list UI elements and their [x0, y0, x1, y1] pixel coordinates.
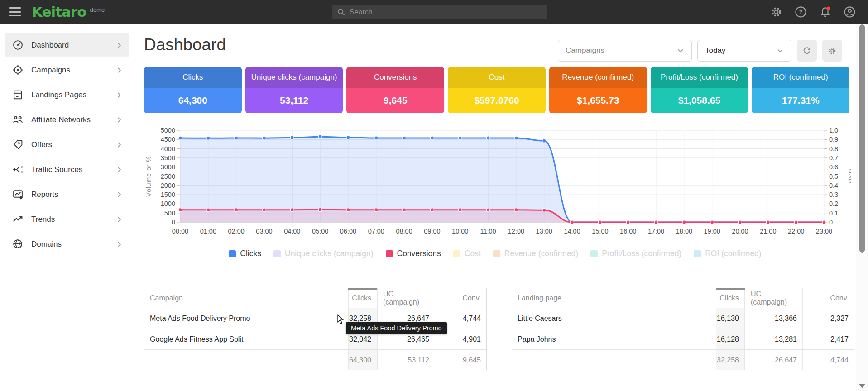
traffic-sources-icon — [12, 164, 24, 176]
svg-text:0.3: 0.3 — [829, 191, 838, 198]
sidebar-item-campaigns[interactable]: Campaigns — [5, 57, 129, 82]
table-header-uc[interactable]: UC (campaign) — [745, 288, 802, 308]
sidebar-item-traffic-sources[interactable]: Traffic Sources — [5, 157, 129, 182]
table-header-uc[interactable]: UC (campaign) — [377, 288, 435, 308]
scrollbar-thumb[interactable] — [859, 24, 865, 253]
svg-text:4500: 4500 — [161, 136, 175, 143]
svg-text:18:00: 18:00 — [676, 228, 692, 235]
metric-card[interactable]: Unique clicks (campaign) 53,112 — [245, 67, 343, 113]
svg-text:1000: 1000 — [161, 200, 175, 207]
svg-text:10:00: 10:00 — [452, 228, 468, 235]
table-row[interactable]: Papa Johns 16,128 13,281 2,417 — [512, 329, 854, 350]
svg-text:2500: 2500 — [161, 173, 175, 180]
sidebar-item-reports[interactable]: Reports — [5, 182, 129, 207]
date-range-select[interactable]: Today — [697, 40, 791, 62]
metric-card[interactable]: Revenue (confirmed) $1,655.73 — [549, 67, 647, 113]
legend-item[interactable]: Revenue (confirmed) — [493, 249, 578, 258]
sidebar-item-label: Reports — [31, 190, 58, 199]
row-name[interactable]: Papa Johns — [512, 329, 716, 349]
chevron-down-icon — [777, 47, 784, 54]
chevron-right-icon — [116, 42, 122, 48]
svg-text:1500: 1500 — [161, 191, 175, 198]
metric-card-value: 9,645 — [346, 88, 444, 113]
top-bar: Keitaro demo ? — [0, 0, 868, 24]
table-row[interactable]: Little Caesars 16,130 13,366 2,327 — [512, 308, 854, 329]
sidebar-item-label: Dashboard — [31, 41, 69, 50]
vertical-scrollbar[interactable] — [856, 24, 868, 391]
metric-card[interactable]: Conversions 9,645 — [346, 67, 444, 113]
sidebar-item-affiliate-networks[interactable]: Affiliate Networks — [5, 107, 129, 132]
row-clicks: 16,130 — [716, 308, 745, 329]
svg-text:20:00: 20:00 — [732, 228, 748, 235]
sidebar-item-label: Landings Pages — [31, 91, 86, 100]
table-header-row: Campaign Clicks UC (campaign) Conv. — [144, 288, 486, 308]
main-content: Dashboard Campaigns Today Clicks 64,300 … — [134, 24, 856, 391]
sidebar-item-label: Offers — [31, 140, 52, 149]
dashboard-settings-button[interactable] — [822, 40, 842, 62]
total-conv: 4,744 — [802, 350, 854, 370]
legend-item[interactable]: Unique clicks (campaign) — [273, 249, 374, 258]
svg-text:1.0: 1.0 — [829, 127, 838, 134]
svg-text:09:00: 09:00 — [424, 228, 440, 235]
table-header-name[interactable]: Campaign — [144, 288, 348, 308]
help-icon[interactable]: ? — [794, 5, 807, 18]
svg-text:21:00: 21:00 — [760, 228, 776, 235]
notifications-icon[interactable] — [819, 5, 831, 18]
refresh-button[interactable] — [797, 40, 817, 62]
legend-swatch — [229, 250, 236, 257]
table-totals-row: 32,258 26,647 4,744 — [512, 350, 854, 370]
dashboard-icon — [12, 39, 24, 51]
landings-icon — [12, 89, 24, 101]
chart-canvas: 005000.110000.215000.320000.425000.53000… — [144, 124, 851, 237]
svg-text:0: 0 — [829, 219, 833, 226]
menu-toggle-icon[interactable] — [9, 7, 21, 16]
legend-swatch — [386, 250, 393, 257]
chevron-down-icon — [677, 47, 684, 54]
table-header-conv[interactable]: Conv. — [435, 288, 486, 308]
sidebar-item-offers[interactable]: $ Offers — [5, 132, 129, 157]
chevron-right-icon — [116, 216, 122, 223]
row-name[interactable]: Meta Ads Food Delivery Promo — [144, 308, 348, 329]
legend-item[interactable]: Clicks — [229, 249, 261, 258]
table-header-clicks[interactable]: Clicks — [716, 288, 745, 308]
settings-icon[interactable] — [770, 5, 782, 18]
grouping-select[interactable]: Campaigns — [558, 40, 692, 62]
sidebar-item-dashboard[interactable]: Dashboard — [5, 33, 129, 57]
svg-text:0.7: 0.7 — [829, 154, 838, 162]
svg-text:02:00: 02:00 — [228, 228, 245, 235]
svg-text:0.2: 0.2 — [829, 200, 838, 207]
table-header-clicks[interactable]: Clicks — [348, 288, 377, 308]
global-search[interactable] — [332, 5, 547, 19]
sidebar-item-domains[interactable]: Domains — [5, 232, 129, 257]
metric-card-label: Unique clicks (campaign) — [245, 67, 343, 88]
total-clicks: 64,300 — [348, 350, 377, 370]
svg-text:15:00: 15:00 — [592, 228, 608, 235]
account-icon[interactable] — [843, 5, 856, 18]
metric-card[interactable]: ROI (confirmed) 177.31% — [752, 67, 849, 113]
metric-card[interactable]: Cost $597.0760 — [448, 67, 546, 113]
table-header-name[interactable]: Landing page — [512, 288, 716, 308]
sidebar-item-landings-pages[interactable]: Landings Pages — [5, 82, 129, 107]
legend-item[interactable]: Cost — [453, 249, 481, 258]
total-uc: 53,112 — [377, 350, 435, 370]
legend-item[interactable]: Profit/Loss (confirmed) — [590, 249, 681, 258]
svg-text:03:00: 03:00 — [256, 228, 272, 235]
metric-card-label: Revenue (confirmed) — [549, 67, 647, 88]
legend-item[interactable]: ROI (confirmed) — [694, 249, 761, 258]
sidebar-item-label: Affiliate Networks — [31, 115, 91, 124]
sidebar-item-trends[interactable]: Trends — [5, 207, 129, 232]
metric-card-label: Profit/Loss (confirmed) — [651, 67, 748, 88]
gear-icon — [828, 46, 837, 55]
legend-item[interactable]: Conversions — [386, 249, 441, 258]
search-input[interactable] — [350, 8, 542, 16]
sidebar: Dashboard Campaigns Landings Pages Affil… — [0, 24, 134, 391]
table-header-conv[interactable]: Conv. — [802, 288, 854, 308]
row-name[interactable]: Google Ads Fitness App Split — [144, 329, 348, 349]
app-logo[interactable]: Keitaro — [32, 4, 86, 20]
scroll-down-arrow-icon[interactable] — [859, 384, 865, 388]
metric-card[interactable]: Clicks 64,300 — [144, 67, 242, 113]
chevron-right-icon — [116, 117, 122, 123]
page-title: Dashboard — [144, 35, 226, 54]
metric-card[interactable]: Profit/Loss (confirmed) $1,058.65 — [651, 67, 748, 113]
row-name[interactable]: Little Caesars — [512, 308, 716, 329]
